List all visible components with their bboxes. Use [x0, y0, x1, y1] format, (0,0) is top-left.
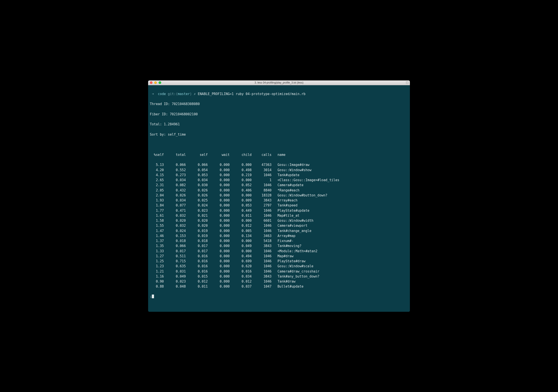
cell-calls: 1046	[252, 229, 271, 233]
table-row: 1.610.0320.0210.0000.0111046Map#tile_at	[150, 213, 408, 218]
cell-wait: 0.000	[208, 233, 230, 239]
close-icon[interactable]	[150, 81, 152, 84]
cell-child: 0.000	[230, 218, 252, 223]
cell-child: 0.052	[230, 183, 252, 188]
cell-child: 0.053	[230, 203, 252, 208]
cell-name: Gosu::Image#draw	[278, 162, 408, 167]
git-close: )	[190, 92, 192, 96]
cell-name: Map#draw	[278, 254, 408, 259]
cell-total: 0.635	[164, 264, 186, 269]
col-calls: calls	[252, 152, 271, 157]
table-row: 5.130.0660.0660.0000.00047363Gosu::Image…	[150, 162, 408, 167]
zoom-icon[interactable]	[159, 81, 161, 84]
cell-self: 0.012	[186, 279, 208, 284]
table-row: 1.580.0200.0200.0000.0006601Gosu::Window…	[150, 218, 408, 223]
cell-name: Map#tile_at	[278, 213, 408, 218]
cell-total: 0.032	[164, 213, 186, 218]
cell-pct: 1.21	[150, 269, 164, 274]
table-header: %selftotalselfwaitchildcallsname	[150, 152, 408, 157]
cell-child: 0.494	[230, 254, 252, 259]
cell-child: 0.219	[230, 173, 252, 178]
cell-name: <Module::Math>#atan2	[278, 249, 408, 254]
command-text: ENABLE_PROFILING=1 ruby 04-prototype-opt…	[198, 92, 306, 96]
cell-wait: 0.000	[208, 274, 230, 279]
cell-self: 0.016	[186, 259, 208, 264]
fullscreen-icon[interactable]	[406, 81, 409, 84]
cell-self: 0.020	[186, 218, 208, 223]
cell-pct: 4.15	[150, 173, 164, 178]
cell-pct: 0.88	[150, 284, 164, 289]
cell-total: 0.273	[164, 173, 186, 178]
cell-child: 0.000	[230, 178, 252, 183]
cell-total: 0.049	[164, 274, 186, 279]
cell-self: 0.026	[186, 193, 208, 198]
table-row: 1.460.1530.0190.0000.1343463Array#map	[150, 233, 408, 239]
cell-wait: 0.000	[208, 173, 230, 178]
cell-wait: 0.000	[208, 198, 230, 203]
cell-name: Camera#draw_crosshair	[278, 269, 408, 274]
cell-wait: 0.000	[208, 188, 230, 193]
table-row: 1.160.0490.0150.0000.0343843Tank#any_but…	[150, 274, 408, 279]
cell-name: Tank#update	[278, 173, 408, 178]
cell-self: 0.016	[186, 269, 208, 274]
minimize-icon[interactable]	[154, 81, 157, 84]
cell-wait: 0.000	[208, 259, 230, 264]
cell-pct: 1.46	[150, 233, 164, 239]
cell-calls: 3463	[252, 233, 271, 239]
cell-total: 0.034	[164, 178, 186, 183]
cell-pct: 1.77	[150, 208, 164, 213]
cell-self: 0.017	[186, 244, 208, 248]
cell-calls: 1046	[252, 264, 271, 269]
cell-pct: 2.04	[150, 193, 164, 198]
cell-child: 0.011	[230, 213, 252, 218]
cell-self: 0.053	[186, 173, 208, 178]
cell-name: Fixnum#-	[278, 239, 408, 244]
cell-pct: 1.58	[150, 218, 164, 223]
cell-name: Camera#update	[278, 183, 408, 188]
cell-wait: 0.000	[208, 162, 230, 167]
cell-total: 0.018	[164, 239, 186, 244]
cell-child: 0.016	[230, 269, 252, 274]
pager-prompt-line[interactable]: :	[150, 294, 408, 299]
cell-child: 0.134	[230, 233, 252, 239]
total-line: Total: 1.284961	[150, 122, 408, 127]
cell-total: 0.031	[164, 269, 186, 274]
table-row: 1.210.0310.0160.0000.0161046Camera#draw_…	[150, 269, 408, 274]
cell-wait: 0.000	[208, 284, 230, 289]
cell-child: 0.699	[230, 259, 252, 264]
cell-total: 0.511	[164, 254, 186, 259]
cell-child: 0.037	[230, 284, 252, 289]
cell-child: 0.620	[230, 264, 252, 269]
cell-total: 0.020	[164, 218, 186, 223]
thread-id-line: Thread ID: 70210468308080	[150, 102, 408, 107]
cell-self: 0.019	[186, 229, 208, 233]
cell-calls: 6601	[252, 218, 271, 223]
sort-line: Sort by: self_time	[150, 132, 408, 137]
cell-name: Gosu::Window#button_down?	[278, 193, 408, 198]
cell-name: Gosu::Window#width	[278, 218, 408, 223]
terminal-body[interactable]: ➜ code git:(master) ✗ ENABLE_PROFILING=1…	[148, 85, 410, 312]
cell-pct: 1.37	[150, 239, 164, 244]
cell-calls: 1046	[252, 269, 271, 274]
table-row: 1.930.0340.0250.0000.0093843Array#each	[150, 198, 408, 203]
cell-total: 0.432	[164, 188, 186, 193]
cell-name: Tank#any_button_down?	[278, 274, 408, 279]
cell-name: Tank#speed	[278, 203, 408, 208]
cell-child: 0.000	[230, 239, 252, 244]
cell-wait: 0.000	[208, 208, 230, 213]
cell-calls: 1046	[252, 208, 271, 213]
prompt-arrow: ➜	[152, 92, 154, 96]
cell-calls: 1046	[252, 259, 271, 264]
table-row: 2.310.0820.0300.0000.0521046Camera#updat…	[150, 183, 408, 188]
cell-pct: 1.93	[150, 198, 164, 203]
cell-name: PlayState#draw	[278, 259, 408, 264]
table-row: 1.840.0770.0240.0000.0532797Tank#speed	[150, 203, 408, 208]
cell-calls: 47363	[252, 162, 271, 167]
cell-child: 0.049	[230, 244, 252, 248]
cell-child: 0.012	[230, 223, 252, 228]
cell-name: Gosu::Window#scale	[278, 264, 408, 269]
table-row: 4.150.2730.0530.0000.2191046Tank#update	[150, 173, 408, 178]
table-row: 1.350.0660.0170.0000.0493843Tank#moving?	[150, 244, 408, 248]
cell-wait: 0.000	[208, 229, 230, 233]
cursor	[152, 295, 154, 298]
